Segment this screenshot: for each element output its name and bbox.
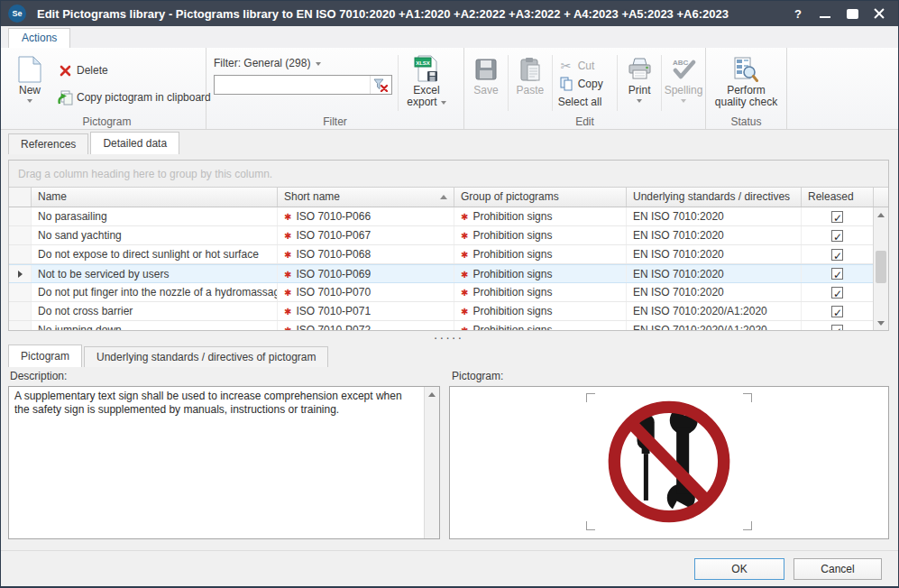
cell-short-name-text: ISO 7010-P071	[296, 305, 371, 317]
released-checkbox[interactable]	[831, 249, 843, 261]
scrollbar-thumb[interactable]	[876, 251, 886, 283]
group-label-pictogram: Pictogram	[8, 115, 206, 128]
dialog-footer: OK Cancel	[1, 550, 898, 586]
maximize-button[interactable]	[839, 3, 866, 24]
chevron-down-icon	[637, 99, 642, 103]
tab-pictogram[interactable]: Pictogram	[8, 345, 82, 367]
column-header-name[interactable]: Name	[32, 188, 278, 207]
tab-actions[interactable]: Actions	[8, 28, 70, 48]
table-row[interactable]: No parasailing ✱ISO 7010-P066 ✱Prohibiti…	[9, 207, 888, 226]
cell-name: No parasailing	[32, 207, 278, 225]
group-label-status: Status	[706, 115, 786, 128]
row-indicator	[9, 265, 32, 282]
corner-mark-icon	[586, 521, 595, 530]
paste-button[interactable]: Paste	[510, 51, 550, 99]
select-all-button[interactable]: Select all	[555, 93, 616, 111]
asterisk-icon: ✱	[284, 326, 291, 330]
excel-export-button[interactable]: XLSX Excel export	[400, 51, 453, 111]
new-button[interactable]: New	[10, 51, 50, 106]
table-row[interactable]: Do not expose to direct sunlight or hot …	[9, 245, 888, 264]
column-header-released[interactable]: Released	[802, 188, 874, 207]
cell-standard: EN ISO 7010:2020	[627, 283, 802, 301]
column-header-group[interactable]: Group of pictograms	[454, 188, 627, 207]
grid-vertical-scrollbar[interactable]	[873, 207, 888, 330]
print-button[interactable]: Print	[619, 51, 659, 106]
cell-standard: EN ISO 7010:2020/A1:2020	[627, 321, 802, 330]
clear-filter-icon[interactable]	[370, 76, 391, 94]
cell-released	[802, 321, 874, 330]
cell-short-name-text: ISO 7010-P070	[296, 286, 371, 299]
save-button[interactable]: Save	[466, 51, 506, 99]
copy-clipboard-icon	[57, 90, 73, 106]
group-by-panel[interactable]: Drag a column heading here to group by t…	[9, 161, 888, 188]
quality-check-button[interactable]: Perform quality check	[711, 51, 781, 111]
help-button[interactable]: ?	[784, 3, 812, 24]
cell-released	[802, 283, 874, 301]
tab-underlying-standards[interactable]: Underlying standards / directives of pic…	[84, 346, 328, 367]
grid-header-row: Name Short name Group of pictograms Unde…	[9, 188, 888, 207]
cell-group-text: Prohibition signs	[472, 229, 552, 242]
cell-short-name: ✱ISO 7010-P068	[278, 245, 454, 263]
filter-selector[interactable]: Filter: General (298)	[214, 57, 392, 69]
released-checkbox[interactable]	[831, 230, 843, 242]
cell-standard: EN ISO 7010:2020/A1:2020	[627, 302, 802, 320]
description-textarea[interactable]: A supplementary text sign shall be used …	[8, 386, 440, 539]
table-row[interactable]: No sand yachting ✱ISO 7010-P067 ✱Prohibi…	[9, 226, 888, 245]
minimize-button[interactable]	[812, 3, 839, 24]
cancel-button[interactable]: Cancel	[794, 558, 882, 580]
select-all-label: Select all	[558, 96, 602, 108]
column-header-short-name[interactable]: Short name	[278, 188, 454, 207]
new-button-label: New	[19, 85, 41, 96]
description-label: Description:	[10, 370, 450, 382]
cut-label: Cut	[578, 60, 595, 72]
scroll-up-icon[interactable]	[425, 387, 439, 401]
table-row[interactable]: Do not cross barrier ✱ISO 7010-P071 ✱Pro…	[9, 302, 888, 321]
released-checkbox[interactable]	[831, 211, 843, 223]
app-logo-icon: Se	[8, 5, 26, 23]
tab-references[interactable]: References	[8, 133, 88, 154]
cell-short-name-text: ISO 7010-P069	[296, 268, 371, 280]
description-text: A supplementary text sign shall be used …	[9, 387, 424, 538]
divider	[508, 55, 509, 111]
detail-tab-strip: Pictogram Underlying standards / directi…	[8, 345, 330, 367]
copy-pictogram-button[interactable]: Copy pictogram in clipboard	[53, 87, 215, 107]
ok-button[interactable]: OK	[694, 558, 784, 580]
chevron-down-icon	[316, 62, 321, 66]
description-scrollbar[interactable]	[424, 387, 439, 538]
cell-name: No sand yachting	[32, 226, 278, 244]
cut-scissors-icon: ✂	[558, 59, 574, 73]
save-floppy-icon	[474, 54, 498, 85]
released-checkbox[interactable]	[831, 268, 843, 280]
close-button[interactable]	[866, 3, 893, 24]
cut-button[interactable]: ✂ Cut	[555, 57, 616, 75]
spelling-label: Spelling	[665, 85, 703, 96]
cell-name: Do not put finger into the nozzle of a h…	[32, 283, 278, 301]
released-checkbox[interactable]	[831, 325, 843, 331]
spelling-abc-icon: ABC	[670, 54, 697, 85]
cell-group: ✱Prohibition signs	[454, 321, 627, 330]
released-checkbox[interactable]	[831, 306, 843, 317]
excel-xlsx-icon: XLSX	[414, 54, 439, 85]
cell-short-name: ✱ISO 7010-P067	[278, 226, 454, 244]
tab-detailed-data[interactable]: Detailed data	[90, 132, 179, 154]
spelling-button[interactable]: ABC Spelling	[664, 51, 703, 106]
table-row-selected[interactable]: Not to be serviced by users ✱ISO 7010-P0…	[9, 264, 888, 283]
paste-clipboard-icon	[519, 54, 541, 85]
filter-search-input[interactable]	[215, 77, 370, 93]
ribbon-group-pictogram: New Delete	[8, 48, 206, 129]
asterisk-icon: ✱	[461, 307, 468, 317]
document-tab-strip: References Detailed data	[1, 130, 898, 154]
svg-text:XLSX: XLSX	[416, 60, 430, 66]
scroll-down-icon[interactable]	[874, 316, 888, 330]
copy-button[interactable]: Copy	[555, 75, 616, 93]
cell-released	[802, 245, 874, 263]
cell-group-text: Prohibition signs	[472, 305, 552, 317]
table-row[interactable]: Do not put finger into the nozzle of a h…	[9, 283, 888, 302]
cell-short-name-text: ISO 7010-P067	[296, 229, 371, 242]
scroll-up-icon[interactable]	[874, 207, 888, 222]
table-row[interactable]: No jumping down ✱ISO 7010-P072 ✱Prohibit…	[9, 321, 888, 330]
delete-button[interactable]: Delete	[53, 60, 215, 80]
column-header-standards[interactable]: Underlying standards / directives	[627, 188, 802, 207]
horizontal-splitter[interactable]: ·····	[8, 331, 889, 344]
released-checkbox[interactable]	[831, 287, 843, 299]
